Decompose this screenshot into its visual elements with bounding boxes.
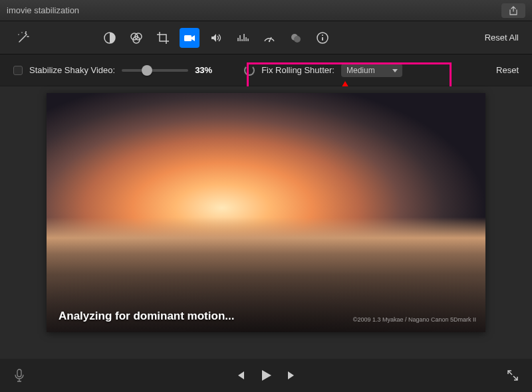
color-correction-button[interactable] xyxy=(126,28,146,48)
svg-point-0 xyxy=(18,34,19,35)
app-window: imovie stabilization xyxy=(0,0,532,392)
next-button[interactable] xyxy=(287,370,297,381)
stabilize-slider[interactable] xyxy=(122,69,188,72)
video-preview[interactable]: Analyzing for dominant motion... ©2009 1… xyxy=(47,93,485,332)
svg-rect-14 xyxy=(17,369,21,377)
preview-credit: ©2009 1.3 Myakae / Nagano Canon 5Dmark I… xyxy=(353,316,476,323)
window-title: imovie stabilization xyxy=(7,5,501,15)
equalizer-icon xyxy=(236,31,249,45)
svg-point-10 xyxy=(294,36,301,43)
voiceover-button[interactable] xyxy=(13,369,25,382)
dropdown-value: Medium xyxy=(346,66,375,75)
crop-button[interactable] xyxy=(153,28,173,48)
magic-wand-button[interactable] xyxy=(13,28,33,48)
svg-point-8 xyxy=(269,40,270,41)
noise-reduction-button[interactable] xyxy=(233,28,253,48)
info-icon xyxy=(316,31,329,45)
rolling-shutter-label: Fix Rolling Shutter: xyxy=(261,65,334,75)
info-button[interactable] xyxy=(313,28,332,48)
stabilize-percent: 33% xyxy=(195,65,212,75)
svg-point-1 xyxy=(21,32,23,33)
color-balance-button[interactable] xyxy=(100,28,120,48)
wand-icon xyxy=(17,31,30,45)
rolling-shutter-dropdown[interactable]: Medium xyxy=(341,64,402,77)
expand-icon xyxy=(507,369,519,381)
play-button[interactable] xyxy=(259,368,273,383)
share-button[interactable] xyxy=(501,3,525,18)
reset-button[interactable]: Reset xyxy=(496,65,519,75)
skip-back-icon xyxy=(235,370,245,381)
analysis-status: Analyzing for dominant motion... xyxy=(59,310,234,323)
volume-button[interactable] xyxy=(206,28,226,48)
speed-button[interactable] xyxy=(259,28,279,48)
playback-controls xyxy=(235,368,297,383)
stabilization-button[interactable] xyxy=(180,28,200,48)
color-filter-button[interactable] xyxy=(286,28,306,48)
speedometer-icon xyxy=(263,31,276,45)
slider-thumb[interactable] xyxy=(142,65,152,76)
prev-button[interactable] xyxy=(235,370,245,381)
stabilization-controls: Stabilize Shaky Video: 33% Fix Rolling S… xyxy=(0,54,532,86)
reset-all-button[interactable]: Reset All xyxy=(485,33,519,43)
stabilize-checkbox[interactable] xyxy=(13,66,23,75)
microphone-icon xyxy=(13,369,25,382)
inspector-toolbar: Reset All xyxy=(0,21,532,54)
fullscreen-button[interactable] xyxy=(507,369,519,381)
volume-icon xyxy=(209,31,223,45)
svg-point-13 xyxy=(322,35,323,36)
share-icon xyxy=(509,6,518,15)
playback-bar xyxy=(0,359,532,392)
titlebar: imovie stabilization xyxy=(0,0,532,21)
stabilize-label: Stabilize Shaky Video: xyxy=(29,65,115,75)
svg-rect-6 xyxy=(184,35,192,41)
play-icon xyxy=(259,368,273,383)
filters-icon xyxy=(289,31,303,45)
crop-icon xyxy=(156,31,170,45)
preview-area: Analyzing for dominant motion... ©2009 1… xyxy=(0,86,532,359)
skip-forward-icon xyxy=(287,370,297,381)
palette-icon xyxy=(130,31,143,45)
spinner-icon xyxy=(244,65,255,76)
contrast-icon xyxy=(103,31,116,45)
camera-icon xyxy=(183,31,196,45)
